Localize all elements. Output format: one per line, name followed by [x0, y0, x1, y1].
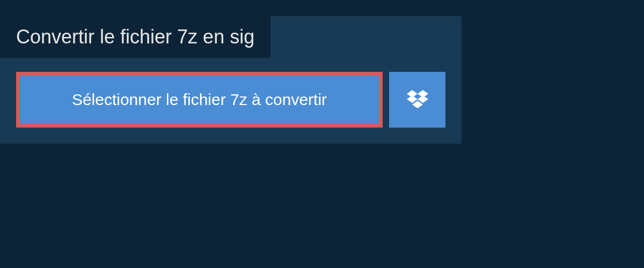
converter-panel: Convertir le fichier 7z en sig Sélection… [0, 16, 462, 144]
title-box: Convertir le fichier 7z en sig [0, 16, 270, 58]
dropbox-button[interactable] [389, 72, 445, 128]
page-title: Convertir le fichier 7z en sig [16, 26, 254, 48]
select-file-button[interactable]: Sélectionner le fichier 7z à convertir [16, 72, 383, 128]
dropbox-icon [407, 90, 428, 109]
button-row: Sélectionner le fichier 7z à convertir [0, 58, 462, 144]
